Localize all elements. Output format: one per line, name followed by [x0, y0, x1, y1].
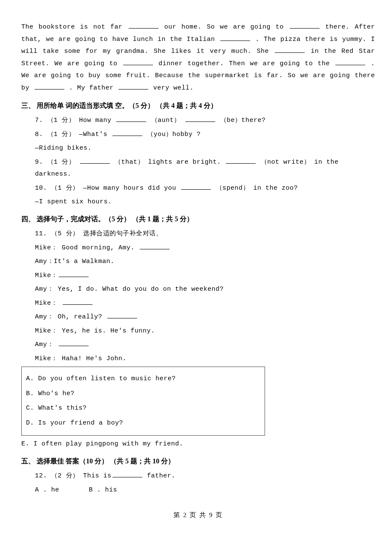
- q-text: 9. （1 分）: [35, 159, 79, 166]
- question-10: 10. （1 分） —How many hours did you （spend…: [35, 182, 375, 195]
- blank[interactable]: [123, 59, 153, 65]
- question-10-answer: —I spent six hours.: [35, 196, 375, 208]
- blank[interactable]: [107, 312, 137, 319]
- question-12: 12. （2 分） This is father.: [35, 470, 375, 483]
- dialog-line-3: Mike：: [35, 270, 375, 282]
- question-8: 8. （1 分） —What's （you）hobby ?: [35, 129, 375, 141]
- passage-text: The bookstore is not far: [21, 23, 128, 31]
- blank[interactable]: [275, 47, 305, 53]
- cloze-passage: The bookstore is not far our home. So we…: [21, 21, 375, 94]
- dialog-text: Mike： Good morning, Amy.: [35, 244, 139, 251]
- question-7: 7. （1 分） How many （aunt） （be）there?: [35, 115, 375, 127]
- dialog-text: Amy：: [35, 341, 58, 348]
- dialog-line-5: Mike：: [35, 298, 375, 310]
- option-b[interactable]: B . his: [89, 484, 118, 497]
- passage-text: . My father: [69, 84, 118, 92]
- q-text: （aunt）: [151, 117, 185, 124]
- q-text: 8. （1 分） —What's: [35, 131, 112, 138]
- blank[interactable]: [335, 59, 365, 65]
- passage-text: our home. So we are going to: [164, 23, 288, 31]
- dialog-text: Amy： Oh, really?: [35, 313, 107, 321]
- blank[interactable]: [112, 130, 142, 136]
- blank[interactable]: [59, 271, 89, 277]
- blank[interactable]: [112, 471, 142, 478]
- section-3-heading: 三、 用所给单 词的适当形式填 空。（5 分） （共 4 题；共 4 分）: [21, 99, 375, 112]
- dialog-line-7: Mike： Yes, he is. He's funny.: [35, 325, 375, 338]
- blank[interactable]: [118, 83, 148, 90]
- choice-a: A. Do you often listen to music here?: [26, 373, 260, 385]
- q-text: （that） lights are bright.: [115, 159, 225, 166]
- choice-d: D. Is your friend a boy?: [26, 417, 260, 430]
- blank[interactable]: [140, 243, 170, 249]
- dialog-line-2: Amy：It's a Walkman.: [35, 256, 375, 268]
- dialog-line-8: Amy：: [35, 339, 375, 351]
- dialog-text: Mike：: [35, 272, 58, 279]
- blank[interactable]: [59, 340, 89, 347]
- q-text: 10. （1 分） —How many hours did you: [35, 185, 180, 192]
- blank[interactable]: [116, 116, 146, 122]
- blank[interactable]: [185, 116, 215, 122]
- choice-e: E. I often play pingpong with my friend.: [21, 438, 375, 451]
- blank[interactable]: [63, 298, 92, 305]
- q-text: father.: [147, 472, 176, 480]
- blank[interactable]: [129, 23, 159, 29]
- question-9: 9. （1 分） （that） lights are bright. （not …: [35, 156, 375, 181]
- choices-box: A. Do you often listen to music here? B.…: [21, 367, 265, 436]
- choice-b: B. Who's he?: [26, 388, 260, 400]
- question-8-answer: —Riding bikes.: [35, 142, 375, 155]
- section-4-heading: 四、 选择句子，完成对话。（5 分） （共 1 题；共 5 分）: [21, 213, 375, 225]
- dialog-line-6: Amy： Oh, really?: [35, 311, 375, 324]
- blank[interactable]: [220, 35, 250, 41]
- option-a[interactable]: A . he: [35, 484, 59, 497]
- dialog-line-9: Mike： Haha! He's John.: [35, 353, 375, 365]
- blank[interactable]: [226, 157, 256, 164]
- passage-text: very well.: [153, 84, 194, 92]
- dialog-text: Mike：: [35, 300, 62, 307]
- blank[interactable]: [35, 83, 64, 90]
- question-12-options: A . he B . his: [35, 484, 375, 497]
- dialog-line-1: Mike： Good morning, Amy.: [35, 242, 375, 254]
- passage-text: dinner together. Then we are going to th…: [159, 60, 334, 67]
- blank[interactable]: [290, 23, 320, 29]
- q-text: 7. （1 分） How many: [35, 117, 115, 124]
- question-11-intro: 11. （5 分） 选择合适的句子补全对话。: [35, 228, 375, 240]
- section-5-heading: 五、 选择最佳 答案（10 分） （共 5 题；共 10 分）: [21, 455, 375, 468]
- q-text: （be）there?: [220, 117, 266, 124]
- q-text: 12. （2 分） This is: [35, 472, 112, 480]
- q-text: （spend） in the zoo?: [216, 185, 298, 192]
- blank[interactable]: [80, 157, 110, 164]
- blank[interactable]: [181, 183, 211, 190]
- choice-c: C. What's this?: [26, 402, 260, 415]
- dialog-line-4: Amy： Yes, I do. What do you do on the we…: [35, 283, 375, 296]
- q-text: （you）hobby ?: [147, 131, 201, 138]
- page-footer: 第 2 页 共 9 页: [21, 509, 375, 521]
